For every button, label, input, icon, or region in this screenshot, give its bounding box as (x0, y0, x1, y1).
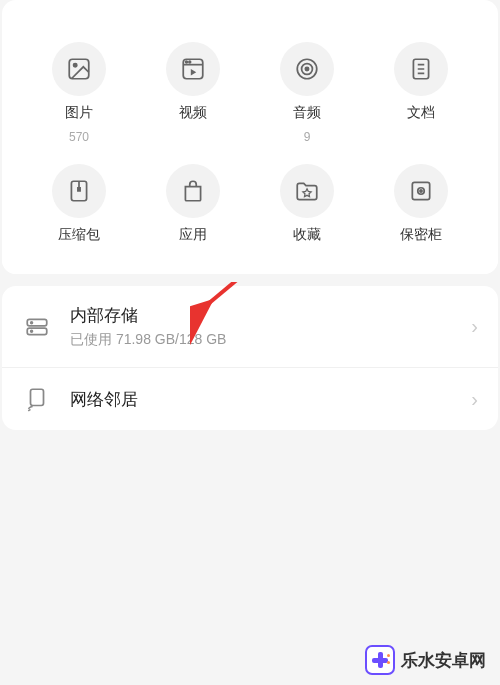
search-bar[interactable] (22, 0, 478, 12)
category-favorite[interactable]: 收藏 (250, 164, 364, 244)
category-archive[interactable]: 压缩包 (22, 164, 136, 244)
svg-rect-17 (31, 389, 44, 405)
category-images[interactable]: 图片 570 (22, 42, 136, 144)
category-video[interactable]: 视频 (136, 42, 250, 144)
watermark-logo-icon (365, 645, 395, 675)
svg-point-1 (74, 64, 77, 67)
watermark-text: 乐水安卓网 (401, 649, 486, 672)
image-icon (52, 42, 106, 96)
storage-list: 内部存储 已使用 71.98 GB/128 GB › 网络邻居 › (2, 286, 498, 430)
svg-point-15 (31, 321, 33, 323)
category-document[interactable]: 文档 (364, 42, 478, 144)
archive-icon (52, 164, 106, 218)
category-safe[interactable]: 保密柜 (364, 164, 478, 244)
network-title: 网络邻居 (70, 388, 471, 411)
network-icon (22, 386, 52, 412)
category-count: 570 (69, 130, 89, 144)
watermark: 乐水安卓网 (365, 645, 486, 675)
category-grid: 图片 570 视频 音频 9 文档 (2, 42, 498, 274)
svg-point-3 (186, 61, 188, 63)
storage-icon (22, 314, 52, 340)
app-icon (166, 164, 220, 218)
svg-point-7 (305, 67, 308, 70)
svg-point-4 (189, 61, 191, 63)
internal-storage-item[interactable]: 内部存储 已使用 71.98 GB/128 GB › (2, 286, 498, 368)
category-label: 保密柜 (400, 226, 442, 244)
video-icon (166, 42, 220, 96)
category-label: 图片 (65, 104, 93, 122)
category-label: 压缩包 (58, 226, 100, 244)
storage-title: 内部存储 (70, 304, 471, 327)
storage-subtitle: 已使用 71.98 GB/128 GB (70, 331, 471, 349)
category-label: 音频 (293, 104, 321, 122)
category-label: 收藏 (293, 226, 321, 244)
audio-icon (280, 42, 334, 96)
category-count: 9 (304, 130, 311, 144)
safe-icon (394, 164, 448, 218)
network-neighbor-item[interactable]: 网络邻居 › (2, 368, 498, 430)
category-label: 文档 (407, 104, 435, 122)
category-label: 视频 (179, 104, 207, 122)
favorite-icon (280, 164, 334, 218)
chevron-right-icon: › (471, 315, 478, 338)
document-icon (394, 42, 448, 96)
chevron-right-icon: › (471, 388, 478, 411)
svg-point-16 (31, 330, 33, 332)
category-audio[interactable]: 音频 9 (250, 42, 364, 144)
category-label: 应用 (179, 226, 207, 244)
svg-point-12 (420, 190, 422, 192)
category-app[interactable]: 应用 (136, 164, 250, 244)
